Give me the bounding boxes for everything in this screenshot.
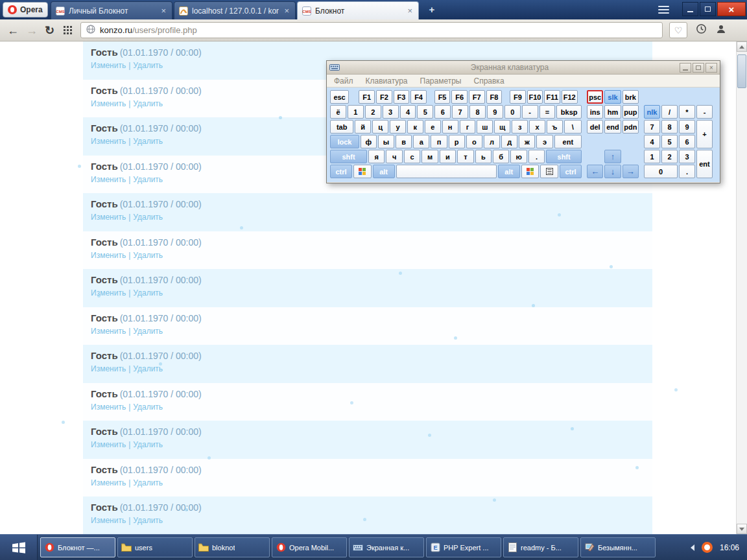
taskbar-button[interactable]: EPHP Expert ...	[426, 537, 501, 557]
edit-link[interactable]: Изменить	[91, 175, 126, 184]
edit-link[interactable]: Изменить	[91, 478, 126, 487]
new-tab-button[interactable]: +	[425, 4, 438, 16]
osk-key[interactable]: F11	[544, 90, 560, 104]
osk-key[interactable]: г	[460, 120, 476, 134]
user-account-button[interactable]	[716, 24, 726, 37]
osk-key[interactable]: slk	[604, 90, 621, 104]
osk-key[interactable]: F3	[394, 90, 410, 104]
osk-key[interactable]: +	[696, 120, 713, 148]
osk-key[interactable]: -	[696, 105, 713, 119]
edit-link[interactable]: Изменить	[91, 440, 126, 449]
tray-collapse-icon[interactable]	[691, 544, 694, 551]
osk-key-windows[interactable]	[521, 165, 540, 178]
osk-key[interactable]: 1	[644, 150, 660, 163]
delete-link[interactable]: Удалить	[133, 175, 163, 184]
forward-button[interactable]: →	[26, 25, 38, 36]
osk-key[interactable]: ctrl	[560, 165, 582, 178]
osk-key[interactable]: esc	[330, 90, 349, 104]
osk-key[interactable]: д	[501, 135, 517, 148]
osk-key[interactable]: hm	[604, 105, 621, 119]
address-bar[interactable]: konzo.ru/users/profile.php	[80, 22, 663, 38]
delete-link[interactable]: Удалить	[133, 327, 163, 336]
osk-minimize-button[interactable]	[680, 63, 691, 73]
osk-key[interactable]: 2	[661, 150, 678, 163]
osk-key[interactable]: 7	[452, 105, 468, 119]
osk-key[interactable]: ent	[696, 150, 713, 178]
osk-key[interactable]: 9	[487, 105, 503, 119]
delete-link[interactable]: Удалить	[133, 288, 163, 298]
scroll-up-button[interactable]	[737, 41, 747, 52]
osk-key[interactable]: ins	[587, 105, 603, 119]
osk-key[interactable]: del	[587, 120, 603, 134]
back-button[interactable]: ←	[7, 25, 19, 36]
osk-key[interactable]: н	[442, 120, 458, 134]
osk-key[interactable]: 3	[383, 105, 399, 119]
osk-key[interactable]: F1	[359, 90, 375, 104]
osk-key[interactable]: р	[449, 135, 465, 148]
osk-key[interactable]: F5	[434, 90, 451, 104]
osk-key[interactable]: alt	[498, 165, 520, 178]
osk-key[interactable]: pdn	[622, 120, 639, 134]
osk-key[interactable]: 8	[661, 120, 678, 134]
edit-link[interactable]: Изменить	[91, 213, 126, 222]
delete-link[interactable]: Удалить	[133, 440, 163, 449]
maximize-button[interactable]	[700, 2, 716, 16]
osk-key[interactable]: psc	[587, 90, 603, 104]
osk-key[interactable]: а	[413, 135, 429, 148]
osk-key[interactable]: brk	[622, 90, 639, 104]
osk-close-button[interactable]: ×	[706, 63, 717, 73]
scroll-down-button[interactable]	[737, 524, 747, 534]
osk-key[interactable]: ы	[378, 135, 394, 148]
osk-key[interactable]: ctrl	[330, 165, 352, 178]
osk-maximize-button[interactable]	[693, 63, 704, 73]
osk-key[interactable]: м	[421, 150, 438, 163]
edit-link[interactable]: Изменить	[91, 364, 126, 373]
reload-button[interactable]: ↻	[45, 25, 54, 36]
edit-link[interactable]: Изменить	[91, 402, 126, 412]
osk-key[interactable]: pup	[622, 105, 639, 119]
osk-key[interactable]: 6	[679, 135, 695, 148]
osk-key[interactable]: т	[457, 150, 473, 163]
osk-key[interactable]: 0	[644, 165, 678, 178]
edit-link[interactable]: Изменить	[91, 99, 126, 108]
vertical-scrollbar[interactable]	[736, 41, 747, 534]
osk-key[interactable]: з	[512, 120, 528, 134]
minimize-button[interactable]	[682, 2, 698, 16]
osk-menu-item[interactable]: Параметры	[420, 76, 462, 86]
osk-menu-item[interactable]: Клавиатура	[366, 76, 408, 86]
osk-key[interactable]: →	[622, 165, 639, 178]
osk-menu-item[interactable]: Файл	[334, 76, 353, 86]
osk-key[interactable]: 2	[365, 105, 381, 119]
sync-button[interactable]	[696, 23, 707, 37]
osk-key[interactable]: о	[466, 135, 482, 148]
delete-link[interactable]: Удалить	[133, 61, 163, 70]
favorites-button[interactable]: ♡	[669, 22, 687, 38]
delete-link[interactable]: Удалить	[133, 99, 163, 108]
osk-key[interactable]: я	[368, 150, 385, 163]
osk-key[interactable]: .	[528, 150, 545, 163]
osk-key[interactable]: shft	[546, 150, 582, 163]
osk-key[interactable]: 5	[417, 105, 433, 119]
taskbar-button[interactable]: users	[117, 537, 193, 557]
edit-link[interactable]: Изменить	[91, 251, 126, 260]
delete-link[interactable]: Удалить	[133, 402, 163, 412]
osk-key-menu[interactable]	[540, 165, 558, 178]
taskbar-button[interactable]: Блокнот —...	[40, 537, 115, 557]
osk-menu-item[interactable]: Справка	[473, 76, 504, 86]
osk-key[interactable]: 1	[348, 105, 364, 119]
browser-tab[interactable]: localhost / 127.0.0.1 / kon×	[174, 1, 296, 19]
osk-key[interactable]: ж	[519, 135, 535, 148]
edit-link[interactable]: Изменить	[91, 327, 126, 336]
osk-key[interactable]: ч	[386, 150, 402, 163]
taskbar-button[interactable]: bloknot	[195, 537, 270, 557]
osk-key[interactable]: ↓	[604, 165, 621, 178]
osk-key[interactable]: 6	[434, 105, 451, 119]
osk-key[interactable]: alt	[373, 165, 395, 178]
osk-key[interactable]: \	[564, 120, 582, 134]
close-button[interactable]: ×	[717, 2, 746, 16]
osk-key[interactable]: у	[390, 120, 406, 134]
tab-menu-button[interactable]	[658, 6, 669, 14]
osk-key[interactable]: =	[540, 105, 556, 119]
osk-key[interactable]: и	[440, 150, 456, 163]
osk-key[interactable]: F8	[486, 90, 503, 104]
